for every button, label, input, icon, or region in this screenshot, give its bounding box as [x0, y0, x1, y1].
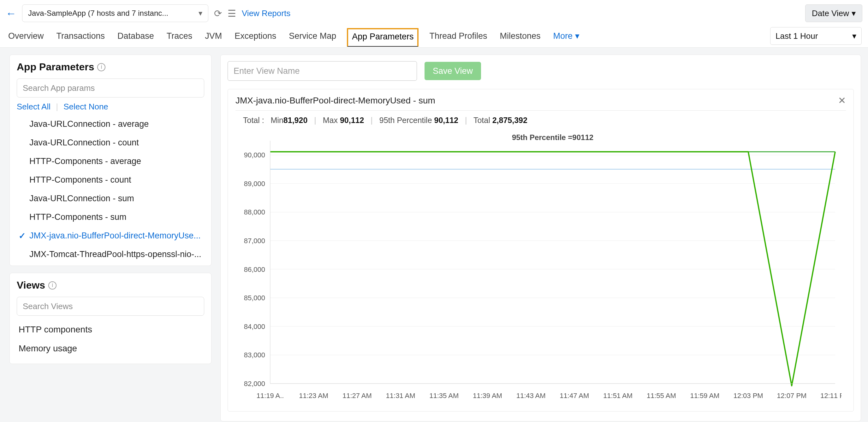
svg-text:11:47 AM: 11:47 AM: [560, 392, 589, 400]
app-parameters-title: App Parameters: [17, 61, 94, 73]
stat-pct-value: 90,112: [434, 116, 458, 125]
stat-total-value: 2,875,392: [492, 116, 527, 125]
tab-app-parameters[interactable]: App Parameters: [347, 28, 418, 47]
list-icon[interactable]: ☰: [227, 8, 236, 19]
tab-strip: OverviewTransactionsDatabaseTracesJVMExc…: [0, 24, 868, 47]
param-item[interactable]: HTTP-Components - average: [10, 152, 211, 171]
views-panel: Views i Search Views HTTP componentsMemo…: [9, 273, 212, 364]
search-placeholder: Search Views: [23, 301, 73, 311]
back-icon[interactable]: ←: [6, 8, 17, 19]
svg-text:11:43 AM: 11:43 AM: [516, 392, 546, 400]
svg-text:84,000: 84,000: [244, 323, 265, 330]
chevron-down-icon: ▾: [851, 8, 856, 18]
svg-text:11:31 AM: 11:31 AM: [386, 392, 415, 400]
svg-text:12:03 PM: 12:03 PM: [734, 392, 763, 400]
app-selector-label: Java-SampleApp (7 hosts and 7 instanc...: [28, 9, 168, 18]
tab-exceptions[interactable]: Exceptions: [232, 27, 278, 47]
svg-text:87,000: 87,000: [244, 237, 265, 245]
stat-max-label: Max: [323, 116, 338, 125]
param-item[interactable]: Java-URLConnection - sum: [10, 189, 211, 208]
svg-text:85,000: 85,000: [244, 294, 265, 302]
view-name-placeholder: Enter View Name: [234, 66, 300, 76]
panel-title-row: Views i: [10, 280, 211, 294]
tab-service-map[interactable]: Service Map: [287, 27, 338, 47]
svg-text:11:51 AM: 11:51 AM: [603, 392, 632, 400]
svg-text:11:19 A..: 11:19 A..: [257, 392, 284, 400]
stat-total-label: Total: [473, 116, 490, 125]
tab-overview[interactable]: Overview: [6, 27, 46, 47]
svg-text:83,000: 83,000: [244, 351, 265, 359]
select-all-link[interactable]: Select All: [17, 102, 51, 111]
stat-min-label: Min: [271, 116, 283, 125]
date-view-button[interactable]: Date View ▾: [805, 4, 862, 22]
more-label: More: [553, 31, 573, 41]
view-reports-link[interactable]: View Reports: [242, 8, 290, 18]
chevron-down-icon: ▾: [198, 9, 202, 18]
close-icon[interactable]: ✕: [838, 95, 846, 106]
chart-title: JMX-java.nio-BufferPool-direct-MemoryUse…: [236, 96, 435, 106]
svg-text:11:35 AM: 11:35 AM: [429, 392, 459, 400]
top-bar: ← Java-SampleApp (7 hosts and 7 instanc.…: [0, 0, 868, 24]
stat-pct-label: 95th Percentile: [379, 116, 432, 125]
svg-text:11:55 AM: 11:55 AM: [647, 392, 676, 400]
svg-text:89,000: 89,000: [244, 180, 265, 188]
chart-header: JMX-java.nio-BufferPool-direct-MemoryUse…: [236, 95, 846, 111]
search-app-params-input[interactable]: Search App params: [17, 78, 204, 97]
tab-milestones[interactable]: Milestones: [498, 27, 542, 47]
tab-thread-profiles[interactable]: Thread Profiles: [427, 27, 489, 47]
view-item[interactable]: HTTP components: [10, 320, 211, 339]
select-none-link[interactable]: Select None: [63, 102, 108, 111]
time-range-label: Last 1 Hour: [776, 31, 818, 41]
chevron-down-icon: ▾: [852, 31, 856, 41]
app-parameters-panel: App Parameters i Search App params Selec…: [9, 55, 212, 266]
stat-min-value: 81,920: [283, 116, 307, 125]
view-item[interactable]: Memory usage: [10, 339, 211, 358]
chart-stats: Total : Min81,920 | Max 90,112 | 95th Pe…: [236, 111, 846, 127]
param-item[interactable]: HTTP-Components - count: [10, 171, 211, 189]
sidebar: App Parameters i Search App params Selec…: [9, 55, 212, 364]
svg-text:86,000: 86,000: [244, 266, 265, 273]
param-item[interactable]: JMX-java.nio-BufferPool-direct-MemoryUse…: [10, 226, 211, 245]
svg-text:11:59 AM: 11:59 AM: [690, 392, 719, 400]
app-selector-dropdown[interactable]: Java-SampleApp (7 hosts and 7 instanc...…: [22, 4, 208, 22]
search-placeholder: Search App params: [23, 83, 95, 93]
param-item[interactable]: Java-URLConnection - count: [10, 133, 211, 152]
search-views-input[interactable]: Search Views: [17, 297, 204, 316]
tab-transactions[interactable]: Transactions: [55, 27, 107, 47]
svg-text:11:39 AM: 11:39 AM: [473, 392, 502, 400]
tab-more[interactable]: More ▾: [551, 27, 582, 47]
save-view-button[interactable]: Save View: [425, 62, 481, 80]
main-area: Enter View Name Save View JMX-java.nio-B…: [220, 55, 861, 421]
stats-prefix: Total :: [243, 116, 264, 125]
tab-database[interactable]: Database: [116, 27, 156, 47]
tab-jvm[interactable]: JVM: [203, 27, 224, 47]
refresh-icon[interactable]: ⟳: [214, 8, 222, 19]
date-view-label: Date View: [812, 8, 849, 18]
param-item[interactable]: HTTP-Components - sum: [10, 208, 211, 226]
parameter-list[interactable]: Java-URLConnection - averageJava-URLConn…: [10, 115, 211, 260]
time-range-dropdown[interactable]: Last 1 Hour ▾: [770, 27, 862, 45]
divider: |: [56, 102, 58, 111]
chevron-down-icon: ▾: [575, 31, 580, 41]
stat-max-value: 90,112: [340, 116, 364, 125]
view-name-input[interactable]: Enter View Name: [227, 61, 417, 81]
svg-text:12:11 PM: 12:11 PM: [820, 392, 841, 400]
info-icon[interactable]: i: [48, 281, 57, 290]
svg-text:90,000: 90,000: [244, 151, 265, 159]
chart-svg: 90,00089,00088,00087,00086,00085,00084,0…: [236, 131, 841, 405]
panel-title-row: App Parameters i: [10, 61, 211, 75]
svg-text:88,000: 88,000: [244, 208, 265, 216]
svg-text:11:27 AM: 11:27 AM: [342, 392, 372, 400]
chart-card: JMX-java.nio-BufferPool-direct-MemoryUse…: [227, 89, 854, 412]
views-list: HTTP componentsMemory usage: [10, 320, 211, 358]
svg-text:11:23 AM: 11:23 AM: [299, 392, 328, 400]
select-all-none-row: Select All | Select None: [10, 102, 211, 115]
page-body: App Parameters i Search App params Selec…: [0, 47, 868, 422]
info-icon[interactable]: i: [97, 63, 105, 71]
svg-text:95th Percentile =90112: 95th Percentile =90112: [512, 133, 593, 141]
svg-text:12:07 PM: 12:07 PM: [777, 392, 806, 400]
views-title: Views: [17, 280, 45, 291]
tab-traces[interactable]: Traces: [165, 27, 194, 47]
param-item[interactable]: Java-URLConnection - average: [10, 115, 211, 133]
param-item[interactable]: JMX-Tomcat-ThreadPool-https-openssl-nio-…: [10, 245, 211, 260]
